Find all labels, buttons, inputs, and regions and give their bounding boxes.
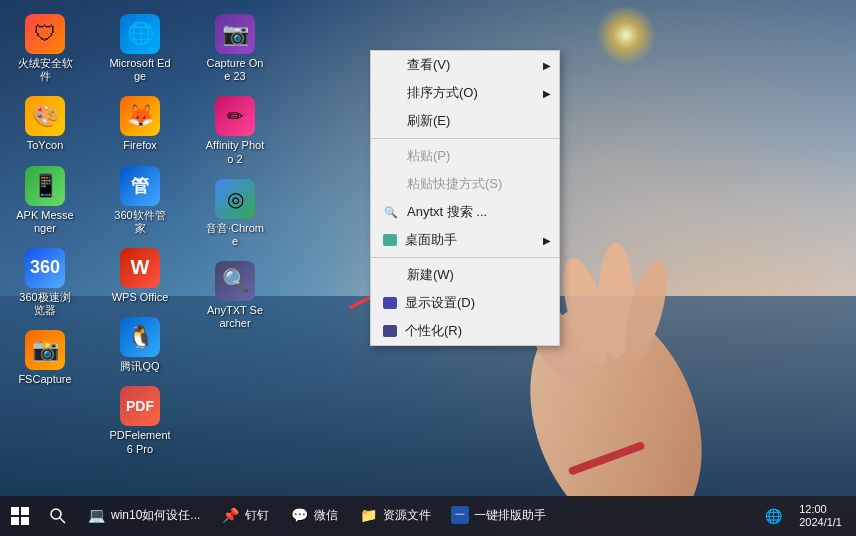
personalize-icon (383, 325, 397, 337)
desktop-icons: 🛡 火绒安全软件 🎨 ToYcon 📱 APK Messenger 360 36… (10, 10, 290, 470)
icon-capture[interactable]: 📷 Capture One 23 (200, 10, 270, 87)
task5-icon: 一 (451, 506, 469, 524)
qq-icon-img: 🐧 (120, 317, 160, 357)
taskbar-network[interactable]: 🌐 (759, 496, 788, 536)
capture-label: Capture One 23 (204, 57, 266, 83)
menu-anytxt[interactable]: 🔍 Anytxt 搜索 ... (371, 198, 559, 226)
icon-fscapture[interactable]: 📸 FSCapture (10, 326, 80, 390)
svg-line-12 (60, 518, 65, 523)
svg-rect-10 (21, 517, 29, 525)
task2-icon: 📌 (220, 505, 240, 525)
taskbar-task4[interactable]: 📁 资源文件 (348, 496, 441, 536)
paste-icon (383, 148, 399, 164)
apk-label: APK Messenger (14, 209, 76, 235)
affinity-label: Affinity Photo 2 (204, 139, 266, 165)
task3-icon: 💬 (289, 505, 309, 525)
icon-wps[interactable]: W WPS Office (105, 244, 175, 308)
svg-rect-7 (11, 507, 19, 515)
menu-desktop-helper[interactable]: 桌面助手 ▶ (371, 226, 559, 254)
menu-display-label: 显示设置(D) (405, 294, 475, 312)
pdf-icon-img: PDF (120, 386, 160, 426)
toycon-icon-img: 🎨 (25, 96, 65, 136)
desktop-helper-arrow: ▶ (543, 235, 551, 246)
firefox-label: Firefox (123, 139, 157, 152)
chrome-icon-img: ◎ (215, 179, 255, 219)
view-arrow: ▶ (543, 60, 551, 71)
huoji-label: 火绒安全软件 (14, 57, 76, 83)
view-icon (383, 57, 399, 73)
icon-chrome[interactable]: ◎ 音音·Chrome (200, 175, 270, 252)
svg-rect-8 (21, 507, 29, 515)
icon-apk[interactable]: 📱 APK Messenger (10, 162, 80, 239)
menu-new-label: 新建(W) (407, 266, 454, 284)
svg-rect-9 (11, 517, 19, 525)
icon-toycon[interactable]: 🎨 ToYcon (10, 92, 80, 156)
refresh-icon (383, 113, 399, 129)
menu-sort[interactable]: 排序方式(O) ▶ (371, 79, 559, 107)
qq-label: 腾讯QQ (120, 360, 159, 373)
menu-paste-shortcut[interactable]: 粘贴快捷方式(S) (371, 170, 559, 198)
start-button[interactable] (0, 496, 40, 536)
menu-paste-shortcut-label: 粘贴快捷方式(S) (407, 175, 502, 193)
taskbar: 💻 win10如何设任... 📌 钉钉 💬 微信 📁 资源文件 一 一键排版助手 (0, 496, 856, 536)
menu-display[interactable]: 显示设置(D) (371, 289, 559, 317)
icon-edge[interactable]: 🌐 Microsoft Edge (105, 10, 175, 87)
display-icon (383, 297, 397, 309)
taskbar-task2[interactable]: 📌 钉钉 (210, 496, 279, 536)
icon-pdf[interactable]: PDF PDFelement 6 Pro (105, 382, 175, 459)
task4-icon: 📁 (358, 505, 378, 525)
menu-paste[interactable]: 粘贴(P) (371, 142, 559, 170)
360-label: 360软件管家 (109, 209, 171, 235)
anytxt-icon-img: 🔍 (215, 261, 255, 301)
task5-label: 一键排版助手 (474, 507, 546, 524)
firefox-icon-img: 🦊 (120, 96, 160, 136)
wps-label: WPS Office (112, 291, 169, 304)
time-label: 12:002024/1/1 (799, 503, 842, 529)
task2-label: 钉钉 (245, 507, 269, 524)
taskbar-search-icon (50, 508, 66, 524)
sort-icon (383, 85, 399, 101)
pdf-label: PDFelement 6 Pro (109, 429, 171, 455)
edge-label: Microsoft Edge (109, 57, 171, 83)
taskbar-time[interactable]: 12:002024/1/1 (793, 496, 848, 536)
capture-icon-img: 📷 (215, 14, 255, 54)
menu-paste-label: 粘贴(P) (407, 147, 450, 165)
svg-point-11 (51, 509, 61, 519)
edge-icon-img: 🌐 (120, 14, 160, 54)
desktop-helper-icon (383, 234, 397, 246)
icon-firefox[interactable]: 🦊 Firefox (105, 92, 175, 156)
taskbar-right: 🌐 12:002024/1/1 (751, 496, 856, 536)
menu-sort-label: 排序方式(O) (407, 84, 478, 102)
360browser-label: 360极速浏览器 (14, 291, 76, 317)
icon-huoji[interactable]: 🛡 火绒安全软件 (10, 10, 80, 87)
task4-label: 资源文件 (383, 507, 431, 524)
icon-qq[interactable]: 🐧 腾讯QQ (105, 313, 175, 377)
huoji-icon-img: 🛡 (25, 14, 65, 54)
menu-anytxt-label: Anytxt 搜索 ... (407, 203, 487, 221)
menu-personalize-label: 个性化(R) (405, 322, 462, 340)
taskbar-task1[interactable]: 💻 win10如何设任... (76, 496, 210, 536)
menu-refresh[interactable]: 刷新(E) (371, 107, 559, 135)
menu-view[interactable]: 查看(V) ▶ (371, 51, 559, 79)
menu-new[interactable]: 新建(W) (371, 261, 559, 289)
menu-personalize[interactable]: 个性化(R) (371, 317, 559, 345)
paste-shortcut-icon (383, 176, 399, 192)
separator-1 (371, 138, 559, 139)
menu-view-label: 查看(V) (407, 56, 450, 74)
icon-360browser[interactable]: 360 360极速浏览器 (10, 244, 80, 321)
taskbar-task5[interactable]: 一 一键排版助手 (441, 496, 556, 536)
task1-icon: 💻 (86, 505, 106, 525)
icon-360[interactable]: 管 360软件管家 (105, 162, 175, 239)
taskbar-search-button[interactable] (40, 496, 76, 536)
taskbar-task3[interactable]: 💬 微信 (279, 496, 348, 536)
360-icon-img: 管 (120, 166, 160, 206)
new-icon (383, 267, 399, 283)
wps-icon-img: W (120, 248, 160, 288)
toycon-label: ToYcon (27, 139, 64, 152)
firework-effect (596, 5, 656, 65)
taskbar-items: 💻 win10如何设任... 📌 钉钉 💬 微信 📁 资源文件 一 一键排版助手 (76, 496, 751, 536)
network-icon: 🌐 (765, 508, 782, 524)
icon-affinity[interactable]: ✏ Affinity Photo 2 (200, 92, 270, 169)
icon-anytxt[interactable]: 🔍 AnyTXT Searcher (200, 257, 270, 334)
affinity-icon-img: ✏ (215, 96, 255, 136)
